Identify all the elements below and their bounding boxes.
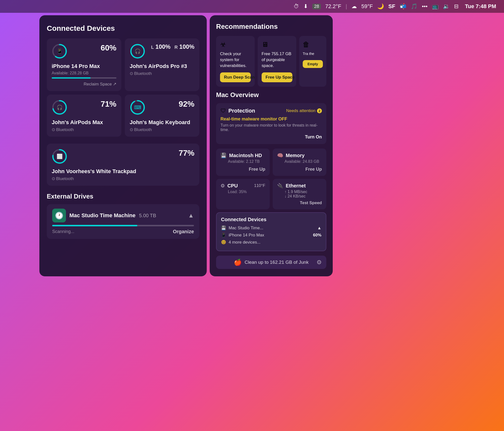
keyboard-percentage: 92% xyxy=(179,99,194,109)
cloud-icon: ☁ xyxy=(351,3,357,10)
recommendations-section: Recommendations xyxy=(216,23,326,32)
memory-available: Available: 24.83 GB xyxy=(277,159,322,164)
ethernet-upload: ↑ 1.9 MB/sec xyxy=(284,190,322,194)
rec-card-space[interactable]: 🖥 Free 755.17 GB of purgeable space. Fre… xyxy=(258,36,296,87)
overview-grid: 💾 Macintosh HD Available: 2.12 TB Free U… xyxy=(216,149,326,251)
temp-cloud: 59°F xyxy=(361,3,373,10)
protection-card[interactable]: 🛡 Protection Needs attention 2 Real-time… xyxy=(216,103,326,144)
divider: | xyxy=(346,3,347,10)
connected-item-1-name: iPhone 14 Pro Max xyxy=(229,233,264,238)
rec-scan-icon: ☣ xyxy=(220,40,251,49)
memory-free-up-button[interactable]: Free Up xyxy=(277,167,322,172)
rec-trash-icon: 🗑 xyxy=(303,40,323,49)
font-icon[interactable]: SF xyxy=(388,3,395,10)
device-card-keyboard[interactable]: ⌨ 92% John's Magic Keyboard ⊙ Bluetooth xyxy=(125,95,199,137)
memory-card[interactable]: 🧠 Memory Available: 24.83 GB Free Up xyxy=(273,149,326,176)
airpods-pro-name: John's AirPods Pro #3 xyxy=(130,63,194,69)
moon-icon[interactable]: 🌙 xyxy=(377,3,384,10)
connected-item-2-icon: 😊 xyxy=(221,240,226,245)
reclaim-space-link[interactable]: Reclaim Space ↗ xyxy=(52,82,116,87)
connected-devices-title: Connected Devices xyxy=(47,24,199,33)
trackpad-name: John Voorhees's White Trackpad xyxy=(52,168,194,175)
cpu-title: CPU xyxy=(227,183,238,189)
drive-icon: 🕐 xyxy=(52,209,66,222)
airpods-max-percentage: 71% xyxy=(101,99,116,109)
rec-card-trash[interactable]: 🗑 Tra the Empty xyxy=(299,36,326,87)
device-card-iphone[interactable]: 📱 60% iPhone 14 Pro Max Available: 228.2… xyxy=(47,38,121,91)
run-deep-scan-button[interactable]: Run Deep Scan xyxy=(220,72,251,82)
connected-devices-card[interactable]: Connected Devices 💾 Mac Studio Time... ▲… xyxy=(216,212,326,251)
airpods-pro-left: L 100% xyxy=(151,43,171,50)
free-up-space-button[interactable]: Free Up Space xyxy=(262,72,292,82)
cpu-temp: 110°F xyxy=(254,183,265,188)
test-speed-button[interactable]: Test Speed xyxy=(277,200,322,205)
attention-badge: 2 xyxy=(317,108,322,113)
clock: Tue 7:48 PM xyxy=(465,3,496,10)
connected-item-1[interactable]: 📱 iPhone 14 Pro Max 60% xyxy=(221,232,321,238)
drive-card-time-machine[interactable]: 🕐 Mac Studio Time Machine 5.00 TB ▲ Scan… xyxy=(47,204,199,239)
drive-scanning-status: Scanning... xyxy=(52,229,74,234)
device-card-airpods-pro[interactable]: 🎧 L 100% R 100% John's AirPods Pro #3 ⊙ … xyxy=(125,38,199,91)
rec-trash-text: Tra the xyxy=(303,51,323,56)
airpods-max-connection: ⊙ Bluetooth xyxy=(52,127,116,132)
airpods-pro-connection: ⊙ Bluetooth xyxy=(130,71,194,76)
device-card-trackpad[interactable]: ⬜ 77% John Voorhees's White Trackpad ⊙ B… xyxy=(47,144,199,186)
trackpad-progress-circle: ⬜ xyxy=(52,149,67,164)
turn-on-button[interactable]: Turn On xyxy=(220,134,322,140)
drive-name: Mac Studio Time Machine xyxy=(69,212,136,218)
keyboard-name: John's Magic Keyboard xyxy=(130,119,194,126)
connected-item-1-icon: 📱 xyxy=(221,232,226,238)
memory-icon: 🧠 xyxy=(277,152,283,158)
volume-icon[interactable]: 🔉 xyxy=(443,3,450,10)
connected-item-2[interactable]: 😊 4 more devices... xyxy=(221,240,321,245)
malware-description: Turn on your malware monitor to look for… xyxy=(220,123,322,132)
bottom-bar-text: Clean up to 162.21 GB of Junk xyxy=(245,260,309,265)
connected-item-0-extra: ▲ xyxy=(317,226,321,231)
mail-icon[interactable]: 📬 xyxy=(400,3,406,10)
ethernet-speeds: ↑ 1.9 MB/sec ↓ 24 KB/sec xyxy=(277,190,322,199)
protection-label: Protection xyxy=(228,108,255,114)
bottom-bar-icon: 🍎 xyxy=(234,259,242,266)
ethernet-download: ↓ 24 KB/sec xyxy=(284,194,322,199)
drive-organize-button[interactable]: Organize xyxy=(173,229,194,234)
time-machine-icon[interactable]: ⏱ xyxy=(294,3,299,10)
memory-title: Memory xyxy=(286,153,305,158)
more-icon[interactable]: ••• xyxy=(422,3,427,10)
mac-overview-title: Mac Overview xyxy=(216,91,326,99)
window-icon[interactable]: ⊟ xyxy=(454,3,458,10)
menubar: ⏱ ⬇ 28 72.2°F | ☁ 59°F 🌙 SF 📬 🎵 ••• 📺 🔉 … xyxy=(0,0,504,13)
bottom-bar[interactable]: 🍎 Clean up to 162.21 GB of Junk ⚙ xyxy=(216,256,326,269)
display-icon[interactable]: 📺 xyxy=(432,3,439,10)
protection-shield-icon: 🛡 xyxy=(220,108,226,114)
hd-free-up-button[interactable]: Free Up xyxy=(220,167,265,172)
drive-size: 5.00 TB xyxy=(139,213,156,218)
device-card-airpods-max[interactable]: 🎧 71% John's AirPods Max ⊙ Bluetooth xyxy=(47,95,121,137)
rec-card-scan[interactable]: ☣ Check your system for vulnerabilities.… xyxy=(216,36,255,87)
connected-item-1-extra: 60% xyxy=(313,233,321,238)
connected-item-0[interactable]: 💾 Mac Studio Time... ▲ xyxy=(221,225,321,231)
needs-attention-label: Needs attention 2 xyxy=(286,108,322,113)
hd-icon: 💾 xyxy=(220,152,227,158)
recommendations-cards: ☣ Check your system for vulnerabilities.… xyxy=(216,36,326,87)
drive-progress-fill xyxy=(52,225,137,226)
airpods-max-progress-circle: 🎧 xyxy=(52,99,67,115)
macintosh-hd-card[interactable]: 💾 Macintosh HD Available: 2.12 TB Free U… xyxy=(216,149,270,176)
drive-eject-icon[interactable]: ▲ xyxy=(188,212,194,219)
malware-warning-text: Real-time malware monitor OFF xyxy=(220,116,322,122)
trackpad-percentage: 77% xyxy=(179,149,194,158)
ethernet-card[interactable]: 🔌 Ethernet ↑ 1.9 MB/sec ↓ 24 KB/sec Test… xyxy=(273,179,326,209)
download-icon[interactable]: ⬇ xyxy=(303,3,308,10)
cpu-card[interactable]: ⚙ CPU 110°F Load: 35% xyxy=(216,179,270,209)
audio-icon[interactable]: 🎵 xyxy=(411,3,417,10)
notification-count[interactable]: 28 xyxy=(312,4,321,9)
airpods-max-name: John's AirPods Max xyxy=(52,119,116,126)
iphone-percentage: 60% xyxy=(101,43,116,52)
left-panel: Connected Devices 📱 60% iPhone 14 Pro Ma… xyxy=(39,15,207,276)
ethernet-icon: 🔌 xyxy=(277,183,283,189)
empty-trash-button[interactable]: Empty xyxy=(303,60,323,68)
iphone-storage-bar xyxy=(52,77,116,79)
keyboard-progress-circle: ⌨ xyxy=(130,99,145,115)
connected-item-2-name: 4 more devices... xyxy=(229,240,260,245)
iphone-name: iPhone 14 Pro Max xyxy=(52,63,116,69)
bottom-bar-gear[interactable]: ⚙ xyxy=(316,259,322,266)
